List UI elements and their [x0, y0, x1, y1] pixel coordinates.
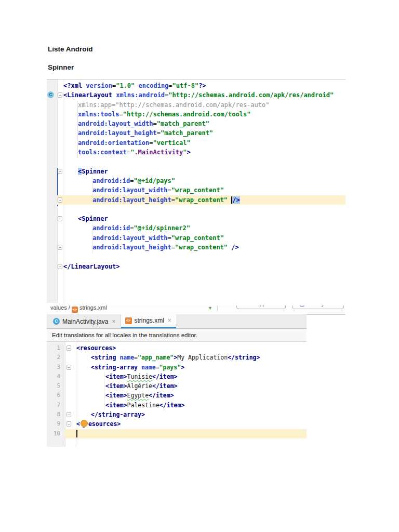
code-line[interactable]: 1<resources>: [47, 343, 307, 353]
code-line[interactable]: 2<string name="app_name">My Application<…: [47, 353, 307, 362]
fold-marker[interactable]: [58, 245, 62, 250]
fold-marker[interactable]: [58, 264, 62, 269]
section-title: Spinner: [48, 63, 74, 71]
code-token: ?>: [198, 82, 206, 89]
document-page: { "document": { "heading": "Liste Androi…: [0, 0, 399, 532]
line-number: 7: [47, 401, 60, 410]
fold-marker[interactable]: [58, 92, 62, 98]
code-line[interactable]: 9<esources>: [47, 419, 307, 429]
code-token: <string-array: [91, 364, 141, 371]
code-token: </item>: [152, 382, 177, 390]
fold-marker[interactable]: [66, 365, 71, 370]
code-token: </LinearLayout>: [63, 263, 119, 270]
code-line[interactable]: 5<item>Algérie</item>: [47, 381, 307, 391]
code-token: name: [119, 354, 134, 361]
line-number: 4: [47, 372, 60, 381]
code-token: =: [157, 129, 161, 137]
code-line[interactable]: android:layout_width="wrap_content": [47, 185, 345, 195]
tab-label: strings.xml: [135, 317, 164, 324]
code-token: "wrap_content": [175, 196, 228, 204]
fold-marker[interactable]: [66, 345, 71, 351]
code-token: =: [153, 120, 157, 127]
code-line[interactable]: [47, 252, 345, 261]
code-token: Egypte: [127, 392, 149, 399]
code-line[interactable]: 8</string-array>: [47, 410, 307, 419]
java-class-icon: C: [53, 318, 60, 325]
code-token: <item>: [105, 373, 127, 380]
code-line[interactable]: android:id="@+id/spinner2": [47, 223, 345, 233]
code-line[interactable]: C<LinearLayout xmlns:android="http://sch…: [47, 90, 345, 100]
breadcrumb-file[interactable]: strings.xml: [79, 305, 107, 311]
code-line[interactable]: xmlns:app="http://schemas.android.com/ap…: [47, 100, 345, 110]
breadcrumb-folder[interactable]: values: [50, 305, 67, 311]
code-area[interactable]: 1<resources>2<string name="app_name">My …: [47, 343, 307, 438]
code-line[interactable]: [47, 157, 345, 166]
code-line[interactable]: android:layout_height="match_parent": [47, 128, 345, 138]
code-token: >: [187, 149, 191, 156]
code-token: />: [232, 196, 240, 204]
code-line[interactable]: 10: [47, 429, 307, 438]
dropdown-arrow-icon[interactable]: ▼: [208, 305, 212, 315]
code-area[interactable]: <?xml version="1.0" encoding="utf-8"?>C<…: [47, 81, 345, 271]
code-token: .MainActivity: [134, 149, 183, 156]
tab-strings-xml[interactable]: <> strings.xml ×: [121, 314, 176, 328]
code-token: </item>: [152, 373, 177, 380]
code-token: android:layout_width: [78, 120, 153, 127]
code-token: esources>: [88, 420, 121, 428]
line-number: 8: [47, 410, 60, 419]
code-token: <: [76, 420, 80, 428]
code-token: android:layout_width: [92, 234, 168, 242]
code-token: android:layout_width: [92, 187, 168, 194]
code-line[interactable]: android:layout_width="wrap_content": [47, 233, 345, 243]
fold-marker[interactable]: [58, 216, 62, 221]
fold-marker[interactable]: [58, 169, 62, 174]
page-title: Liste Android: [48, 45, 93, 53]
code-token: </string>: [228, 354, 260, 361]
code-token: "match_parent": [157, 120, 209, 127]
gutter-class-badge[interactable]: C: [47, 91, 54, 98]
line-number: 2: [47, 353, 60, 362]
tab-mainactivity-java[interactable]: C MainActivity.java ×: [49, 314, 121, 328]
line-number: 10: [47, 429, 60, 438]
xml-file-icon: <>: [125, 317, 132, 324]
fold-marker[interactable]: [58, 197, 62, 203]
code-line[interactable]: <Spinner: [47, 214, 345, 223]
code-token: ": [183, 149, 187, 156]
code-line[interactable]: 7<item>Palestine</item>: [47, 401, 307, 410]
code-line[interactable]: 4<item>Tunisie</item>: [47, 372, 307, 381]
code-token: "pays": [159, 364, 181, 371]
code-token: </string-array>: [91, 411, 145, 418]
toolbar-divider: |: [217, 305, 218, 314]
code-line[interactable]: android:layout_width="match_parent": [47, 119, 345, 128]
close-icon[interactable]: ×: [112, 318, 115, 325]
code-line[interactable]: android:orientation="vertical": [47, 138, 345, 148]
line-number: 9: [47, 419, 60, 429]
code-line[interactable]: <?xml version="1.0" encoding="utf-8"?>: [47, 81, 345, 90]
close-icon[interactable]: ×: [168, 317, 171, 324]
code-token: =: [156, 364, 159, 371]
run-config-button[interactable]: app: [236, 305, 286, 309]
code-line[interactable]: <Spinner: [47, 167, 345, 176]
code-token: "vertical": [153, 139, 191, 147]
code-token: <LinearLayout: [63, 91, 116, 99]
code-line[interactable]: android:id="@+id/pays": [47, 176, 345, 185]
code-line[interactable]: </LinearLayout>: [47, 262, 345, 271]
code-token: =: [171, 244, 175, 251]
code-token: "wrap_content": [171, 234, 224, 242]
breadcrumb[interactable]: values / <> strings.xml: [50, 305, 107, 314]
code-token: android:orientation: [78, 139, 149, 147]
code-line[interactable]: android:layout_height="wrap_content" />: [47, 195, 345, 205]
fold-marker[interactable]: [66, 412, 71, 417]
code-line[interactable]: [47, 205, 345, 214]
code-line[interactable]: xmlns:tools="http://schemas.android.com/…: [47, 110, 345, 119]
code-line[interactable]: tools:context=".MainActivity">: [47, 148, 345, 157]
code-line[interactable]: 6<item>Egypte</item>: [47, 391, 307, 400]
code-token: tools:context: [78, 149, 127, 156]
code-line[interactable]: 3<string-array name="pays">: [47, 363, 307, 372]
code-token: "wrap_content": [175, 244, 228, 251]
device-selector-button[interactable]: Galaxy S21: [292, 305, 344, 309]
code-token: version: [86, 82, 112, 89]
code-line[interactable]: android:layout_height="wrap_content" />: [47, 243, 345, 252]
fold-marker[interactable]: [66, 421, 71, 427]
code-token: Tunisie: [127, 373, 152, 380]
